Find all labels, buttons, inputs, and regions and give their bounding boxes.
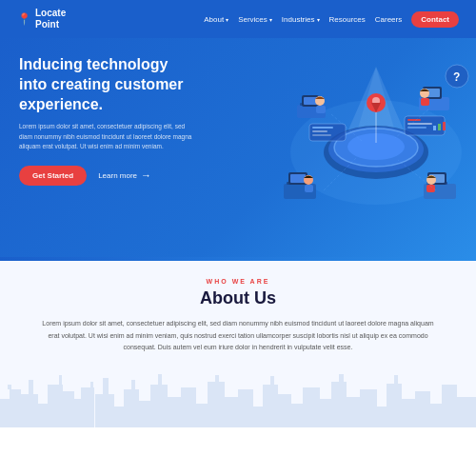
- svg-rect-96: [430, 404, 442, 427]
- svg-rect-97: [442, 385, 457, 427]
- logo: 📍 Locate Point: [17, 8, 66, 30]
- svg-rect-84: [291, 404, 303, 427]
- svg-rect-98: [457, 397, 476, 427]
- nav-industries-label: Industries: [282, 15, 315, 24]
- svg-rect-55: [8, 385, 11, 389]
- nav-about-label: About: [204, 15, 224, 24]
- illustration-svg: ?: [228, 38, 476, 257]
- svg-rect-78: [225, 397, 238, 427]
- chevron-down-icon: ▾: [226, 16, 228, 23]
- svg-text:?: ?: [453, 70, 460, 84]
- nav-about[interactable]: About ▾: [204, 15, 228, 24]
- svg-rect-15: [304, 97, 317, 105]
- svg-rect-73: [168, 397, 181, 427]
- svg-rect-46: [443, 122, 446, 130]
- svg-rect-69: [131, 380, 135, 389]
- about-section: WHO WE ARE About Us Lorem ipsum dolor si…: [0, 261, 476, 427]
- city-background: [0, 370, 476, 427]
- svg-rect-44: [433, 126, 436, 130]
- chevron-down-icon: ▾: [269, 16, 272, 23]
- svg-rect-41: [407, 119, 421, 121]
- svg-rect-83: [278, 394, 291, 427]
- svg-rect-88: [339, 374, 344, 382]
- logo-icon: 📍: [17, 12, 31, 26]
- svg-rect-27: [290, 174, 306, 183]
- nav-careers[interactable]: Careers: [375, 15, 402, 24]
- svg-rect-93: [394, 375, 398, 384]
- svg-rect-70: [139, 401, 150, 427]
- navbar: 📍 Locate Point About ▾ Services ▾ Indust…: [0, 0, 476, 38]
- hero-section: Inducing technology into creating custom…: [0, 38, 476, 257]
- learn-more-label: Learn more: [98, 171, 137, 180]
- svg-rect-94: [402, 399, 415, 427]
- svg-rect-79: [238, 389, 253, 427]
- svg-rect-86: [320, 399, 331, 427]
- svg-rect-76: [208, 382, 225, 427]
- svg-rect-61: [57, 391, 74, 427]
- svg-rect-95: [415, 391, 430, 427]
- logo-line1: Locate: [35, 8, 66, 19]
- svg-rect-67: [114, 407, 124, 427]
- svg-rect-71: [150, 385, 168, 427]
- svg-rect-64: [90, 382, 93, 387]
- svg-rect-74: [181, 387, 196, 427]
- svg-rect-29: [305, 185, 313, 192]
- svg-rect-56: [21, 394, 38, 427]
- svg-rect-23: [421, 98, 429, 106]
- logo-text: Locate Point: [35, 8, 66, 30]
- nav-resources-label: Resources: [329, 15, 366, 24]
- svg-rect-68: [124, 389, 139, 427]
- svg-rect-17: [316, 106, 326, 113]
- svg-rect-77: [215, 375, 219, 382]
- hero-illustration: ?: [228, 38, 476, 257]
- svg-rect-43: [407, 127, 426, 129]
- arrow-right-icon: →: [141, 169, 151, 181]
- svg-rect-60: [59, 375, 62, 385]
- nav-resources[interactable]: Resources: [329, 15, 366, 24]
- nav-services[interactable]: Services ▾: [238, 15, 272, 24]
- svg-rect-80: [253, 407, 263, 427]
- who-we-are-label: WHO WE ARE: [207, 278, 270, 285]
- nav-careers-label: Careers: [375, 15, 402, 24]
- svg-rect-45: [438, 124, 441, 130]
- svg-rect-90: [360, 389, 377, 427]
- svg-rect-87: [331, 382, 347, 427]
- chevron-down-icon: ▾: [317, 16, 320, 23]
- svg-rect-54: [10, 389, 21, 427]
- svg-rect-57: [29, 380, 33, 394]
- nav-links: About ▾ Services ▾ Industries ▾ Resource…: [204, 11, 459, 28]
- svg-rect-37: [312, 127, 333, 129]
- logo-line2: Point: [35, 19, 66, 30]
- svg-rect-65: [95, 394, 114, 427]
- hero-buttons: Get Started Learn more →: [19, 166, 228, 186]
- about-body: Lorem ipsum dolor sit amet, consectetuer…: [38, 318, 438, 354]
- svg-rect-81: [263, 385, 278, 427]
- hero-left: Inducing technology into creating custom…: [19, 55, 228, 248]
- svg-rect-39: [312, 134, 331, 136]
- svg-rect-85: [303, 387, 320, 427]
- hero-title: Inducing technology into creating custom…: [19, 55, 228, 114]
- contact-button[interactable]: Contact: [411, 11, 459, 28]
- svg-rect-42: [407, 123, 432, 125]
- svg-rect-66: [103, 378, 109, 394]
- get-started-button[interactable]: Get Started: [19, 166, 87, 186]
- svg-rect-72: [158, 374, 162, 385]
- svg-rect-38: [312, 130, 327, 132]
- svg-rect-82: [270, 376, 274, 385]
- svg-rect-91: [377, 407, 387, 427]
- svg-rect-89: [347, 397, 360, 427]
- svg-rect-75: [196, 404, 208, 427]
- svg-rect-63: [81, 387, 94, 427]
- nav-services-label: Services: [238, 15, 268, 24]
- about-title: About Us: [200, 288, 276, 308]
- nav-industries[interactable]: Industries ▾: [282, 15, 320, 24]
- svg-rect-92: [387, 384, 402, 427]
- hero-subtitle: Lorem ipsum dolor sit amet, consectetuer…: [19, 122, 200, 151]
- city-svg: [0, 370, 476, 427]
- learn-more-button[interactable]: Learn more →: [98, 169, 151, 181]
